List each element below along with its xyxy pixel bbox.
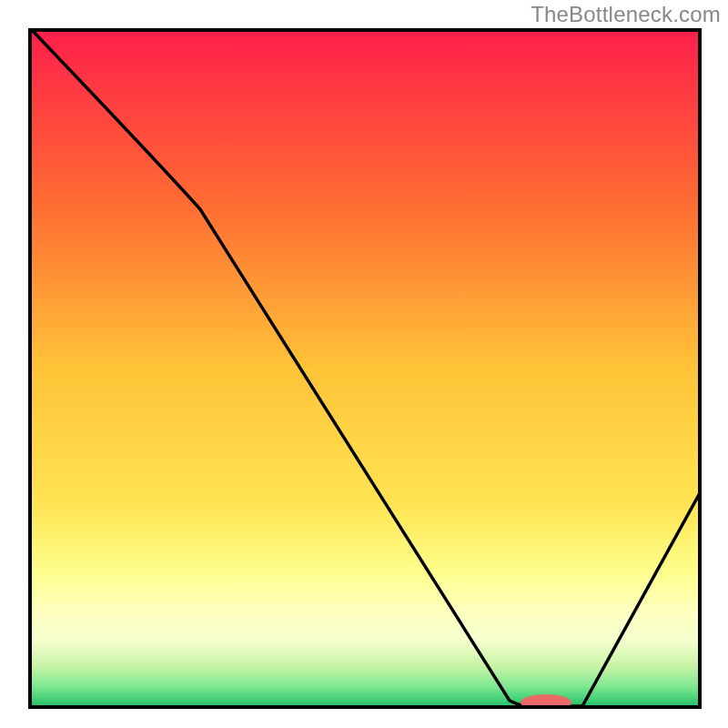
gradient-background <box>30 30 700 707</box>
watermark-text: TheBottleneck.com <box>531 2 721 27</box>
bottleneck-chart <box>0 0 728 728</box>
